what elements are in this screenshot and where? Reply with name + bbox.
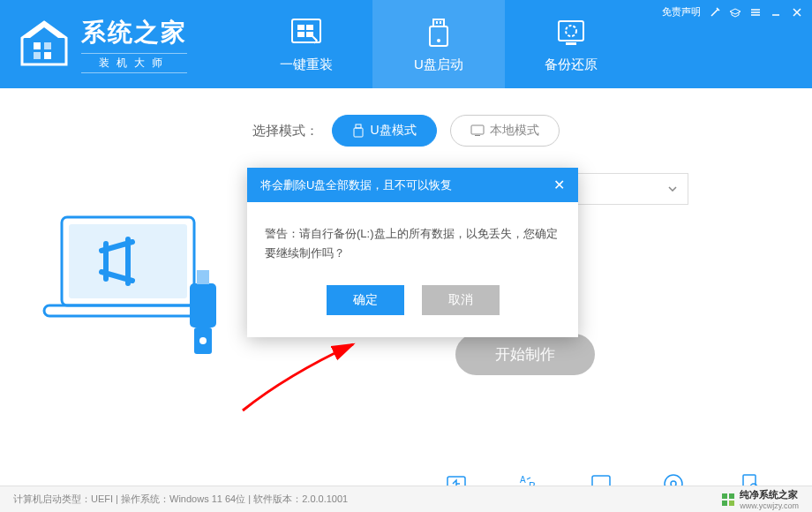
reinstall-icon <box>289 16 324 49</box>
svg-rect-16 <box>566 42 576 45</box>
svg-rect-10 <box>436 21 438 24</box>
tab-label: 一键重装 <box>280 56 333 73</box>
brand-url: www.ycwjzy.com <box>740 501 799 510</box>
app-header: 系统之家 装机大师 一键重装 U盘启动 备份还原 免责声明 <box>0 0 812 88</box>
system-info: 计算机启动类型：UEFI | 操作系统：Windows 11 64位 | 软件版… <box>13 493 348 506</box>
tab-label: U盘启动 <box>414 56 463 73</box>
brand-logo-icon <box>721 493 735 507</box>
tab-reinstall[interactable]: 一键重装 <box>240 0 372 88</box>
tab-backup-restore[interactable]: 备份还原 <box>505 0 637 88</box>
dialog-body: 警告：请自行备份(L:)盘上的所有数据，以免丢失，您确定要继续制作吗？ <box>247 202 578 285</box>
usb-icon <box>421 16 456 49</box>
svg-rect-9 <box>433 19 444 26</box>
confirm-dialog: 将会删除U盘全部数据，且不可以恢复 ✕ 警告：请自行备份(L:)盘上的所有数据，… <box>247 168 578 337</box>
svg-rect-1 <box>44 42 51 49</box>
minimize-button[interactable] <box>770 6 782 19</box>
confirm-button[interactable]: 确定 <box>327 285 404 315</box>
svg-rect-17 <box>356 124 361 128</box>
backup-icon <box>553 16 589 49</box>
svg-rect-5 <box>297 25 304 30</box>
tab-label: 备份还原 <box>545 56 598 73</box>
svg-rect-39 <box>722 501 727 506</box>
svg-rect-3 <box>44 52 51 59</box>
svg-point-15 <box>566 26 576 36</box>
hat-icon[interactable] <box>729 7 741 18</box>
usb-mode-button[interactable]: U盘模式 <box>332 115 436 147</box>
dialog-title: 将会删除U盘全部数据，且不可以恢复 <box>260 177 452 193</box>
mode-label: 选择模式： <box>252 123 319 139</box>
local-mode-button[interactable]: 本地模式 <box>450 115 560 147</box>
svg-rect-0 <box>34 42 41 49</box>
mode-btn-label: U盘模式 <box>370 123 416 139</box>
svg-rect-23 <box>44 305 212 316</box>
tab-usb-boot[interactable]: U盘启动 <box>372 0 505 88</box>
svg-rect-6 <box>306 25 313 30</box>
chevron-down-icon <box>668 186 677 192</box>
cancel-button[interactable]: 取消 <box>422 285 500 315</box>
svg-rect-20 <box>475 135 480 136</box>
start-make-button[interactable]: 开始制作 <box>455 334 595 375</box>
svg-text:A: A <box>520 475 526 485</box>
svg-rect-14 <box>559 21 583 41</box>
edit-icon[interactable] <box>710 7 720 18</box>
svg-rect-37 <box>722 493 727 499</box>
svg-rect-7 <box>297 32 304 37</box>
svg-rect-24 <box>190 283 216 328</box>
logo-area: 系统之家 装机大师 <box>18 16 187 73</box>
brand-name: 纯净系统之家 <box>740 488 799 501</box>
logo-title: 系统之家 <box>81 16 187 49</box>
dialog-footer: 确定 取消 <box>247 285 578 337</box>
svg-point-13 <box>437 39 440 42</box>
status-bar: 计算机启动类型：UEFI | 操作系统：Windows 11 64位 | 软件版… <box>0 486 812 512</box>
titlebar-controls: 免责声明 <box>662 5 803 19</box>
svg-rect-11 <box>440 21 441 24</box>
disclaimer-link[interactable]: 免责声明 <box>662 5 701 19</box>
footer-brand[interactable]: 纯净系统之家 www.ycwjzy.com <box>721 488 799 510</box>
usb-small-icon <box>352 124 365 138</box>
nav-tabs: 一键重装 U盘启动 备份还原 <box>240 0 637 88</box>
mode-selector: 选择模式： U盘模式 本地模式 <box>35 115 777 147</box>
mode-btn-label: 本地模式 <box>490 123 539 139</box>
monitor-small-icon <box>470 124 485 137</box>
menu-icon[interactable] <box>750 7 761 18</box>
svg-rect-18 <box>354 128 363 137</box>
svg-rect-19 <box>471 125 484 134</box>
dialog-close-button[interactable]: ✕ <box>553 177 565 193</box>
svg-rect-2 <box>34 52 41 59</box>
close-button[interactable] <box>791 6 803 19</box>
svg-rect-38 <box>729 493 734 499</box>
svg-rect-12 <box>430 26 447 46</box>
logo-icon <box>18 20 71 69</box>
svg-rect-40 <box>729 501 734 506</box>
dialog-header: 将会删除U盘全部数据，且不可以恢复 ✕ <box>247 168 578 202</box>
svg-rect-25 <box>197 270 209 284</box>
laptop-usb-illustration <box>35 191 238 367</box>
logo-subtitle: 装机大师 <box>81 53 187 73</box>
svg-point-27 <box>199 337 207 344</box>
